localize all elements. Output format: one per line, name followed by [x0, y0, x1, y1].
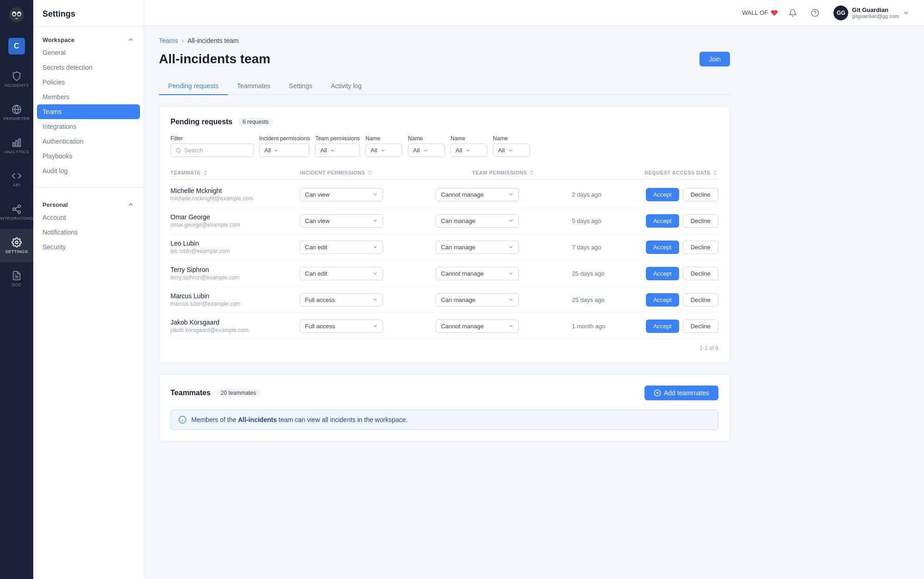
- workspace-section-label[interactable]: Workspace: [33, 32, 144, 45]
- team-permission-cell: Cannot manage: [436, 320, 571, 333]
- sidebar-item-perimeter[interactable]: PERIMETER: [0, 96, 33, 129]
- incident-permission-select[interactable]: Full access: [300, 320, 383, 333]
- svg-point-0: [9, 7, 24, 22]
- tab-settings[interactable]: Settings: [280, 78, 322, 95]
- incident-permission-select[interactable]: Can edit: [300, 267, 383, 280]
- sidebar-item-authentication[interactable]: Authentication: [33, 134, 144, 149]
- settings-title: Settings: [33, 0, 144, 27]
- chevron-down-icon: [508, 192, 514, 197]
- svg-rect-8: [16, 140, 18, 146]
- sidebar-item-analytics[interactable]: ANALYTICS: [0, 129, 33, 163]
- join-button[interactable]: Join: [699, 52, 730, 66]
- notifications-btn[interactable]: [785, 6, 800, 20]
- decline-button[interactable]: Decline: [683, 214, 718, 228]
- teammates-header: Teammates 20 teammates Add teammates: [170, 386, 718, 400]
- sidebar-item-playbooks[interactable]: Playbooks: [33, 149, 144, 163]
- teammate-cell: Terry Siphron terry.siphron@example.com: [170, 266, 300, 281]
- decline-button[interactable]: Decline: [683, 188, 718, 201]
- team-permissions-filter: Team permissions All: [315, 135, 360, 157]
- workspace-section: Workspace General Secrets detection Poli…: [33, 27, 144, 184]
- sidebar-item-teams[interactable]: Teams: [37, 104, 140, 119]
- sidebar-item-notifications[interactable]: Notifications: [33, 225, 144, 240]
- table-row: Marcus Lubin marcus.lubin@example.com Fu…: [170, 287, 718, 313]
- sidebar-item-general[interactable]: General: [33, 45, 144, 60]
- team-permission-cell: Cannot manage: [436, 188, 571, 201]
- app-logo[interactable]: [0, 0, 33, 30]
- teammates-badge: 20 teammates: [216, 389, 261, 397]
- decline-button[interactable]: Decline: [683, 241, 718, 254]
- help-btn[interactable]: [808, 6, 822, 20]
- team-permission-select[interactable]: Cannot manage: [436, 320, 519, 333]
- team-permission-select[interactable]: Can manage: [436, 241, 519, 254]
- breadcrumb-teams-link[interactable]: Teams: [159, 37, 178, 44]
- chevron-down-icon: [508, 148, 513, 153]
- decline-button[interactable]: Decline: [683, 267, 718, 280]
- incident-permission-cell: Can view: [300, 214, 436, 228]
- sidebar-item-incidents[interactable]: INCIDENTS: [0, 63, 33, 96]
- incident-permission-select[interactable]: Can view: [300, 188, 383, 201]
- sidebar-item-doc[interactable]: DOC: [0, 262, 33, 296]
- name-select-4[interactable]: All: [493, 144, 530, 157]
- teammate-cell: Leo Lubin leo.lubin@example.com: [170, 240, 300, 254]
- team-permission-select[interactable]: Can manage: [436, 214, 519, 228]
- accept-button[interactable]: Accept: [646, 188, 679, 201]
- accept-button[interactable]: Accept: [646, 267, 679, 280]
- team-permission-select[interactable]: Cannot manage: [436, 267, 519, 280]
- sidebar-item-c[interactable]: C: [0, 30, 33, 63]
- name-select-2[interactable]: All: [408, 144, 445, 157]
- teammates-title: Teammates: [170, 389, 211, 397]
- sidebar-item-account[interactable]: Account: [33, 210, 144, 225]
- sidebar-item-integrations[interactable]: INTEGRATIONS: [0, 196, 33, 229]
- sidebar-item-settings[interactable]: SETTINGS: [0, 229, 33, 262]
- search-input[interactable]: [184, 147, 249, 154]
- accept-button[interactable]: Accept: [646, 214, 679, 228]
- add-teammates-button[interactable]: Add teammates: [644, 386, 718, 400]
- col-teammate[interactable]: TEAMMATE: [170, 170, 300, 175]
- incident-permission-select[interactable]: Full access: [300, 293, 383, 307]
- sidebar-item-members[interactable]: Members: [33, 90, 144, 104]
- decline-button[interactable]: Decline: [683, 320, 718, 333]
- tab-teammates[interactable]: Teammates: [228, 78, 280, 95]
- workspace-badge: C: [8, 38, 25, 54]
- user-menu-btn[interactable]: GG Git Guardian gitguardian@gg.com: [830, 4, 913, 22]
- team-permission-select[interactable]: Can manage: [436, 293, 519, 307]
- search-filter[interactable]: [170, 144, 254, 157]
- incident-permissions-select[interactable]: All: [259, 144, 310, 157]
- tab-pending-requests[interactable]: Pending requests: [159, 78, 228, 95]
- wall-of-love-btn[interactable]: WALL OF: [742, 9, 778, 17]
- sidebar-item-audit-log[interactable]: Audit log: [33, 163, 144, 178]
- decline-button[interactable]: Decline: [683, 293, 718, 307]
- wall-of-love-label: WALL OF: [742, 9, 768, 16]
- tab-activity-log[interactable]: Activity log: [322, 78, 371, 95]
- name-select-1[interactable]: All: [365, 144, 402, 157]
- chevron-down-icon: [508, 244, 514, 250]
- user-name: Git Guardian: [852, 6, 899, 13]
- accept-button[interactable]: Accept: [646, 320, 679, 333]
- sidebar-item-api[interactable]: API: [0, 163, 33, 196]
- incident-permission-select[interactable]: Can edit: [300, 241, 383, 254]
- accept-button[interactable]: Accept: [646, 241, 679, 254]
- request-date-cell: 25 days ago: [572, 296, 646, 303]
- svg-point-3: [13, 13, 15, 15]
- action-buttons: Accept Decline: [646, 214, 718, 228]
- sort-icon: [367, 170, 372, 175]
- doc-label: DOC: [12, 283, 22, 287]
- teammate-email: marcus.lubin@example.com: [170, 301, 300, 307]
- chevron-down-icon: [274, 148, 279, 153]
- sidebar-item-secrets-detection[interactable]: Secrets detection: [33, 60, 144, 75]
- team-permission-select[interactable]: Cannot manage: [436, 188, 519, 201]
- personal-section-label[interactable]: Personal: [33, 197, 144, 210]
- sidebar-item-integrations[interactable]: Integrations: [33, 119, 144, 134]
- action-buttons: Accept Decline: [646, 188, 718, 201]
- name-label-3: Name: [450, 135, 487, 142]
- team-permissions-select[interactable]: All: [315, 144, 360, 157]
- incident-permission-select[interactable]: Can view: [300, 214, 383, 228]
- chevron-down-icon: [372, 218, 378, 223]
- sidebar-item-policies[interactable]: Policies: [33, 75, 144, 90]
- name-select-3[interactable]: All: [450, 144, 487, 157]
- pending-requests-title: Pending requests: [170, 118, 232, 126]
- accept-button[interactable]: Accept: [646, 293, 679, 307]
- sidebar-item-security[interactable]: Security: [33, 240, 144, 254]
- teammate-email: omar.george@example.com: [170, 222, 300, 228]
- table-row: Omar George omar.george@example.com Can …: [170, 208, 718, 234]
